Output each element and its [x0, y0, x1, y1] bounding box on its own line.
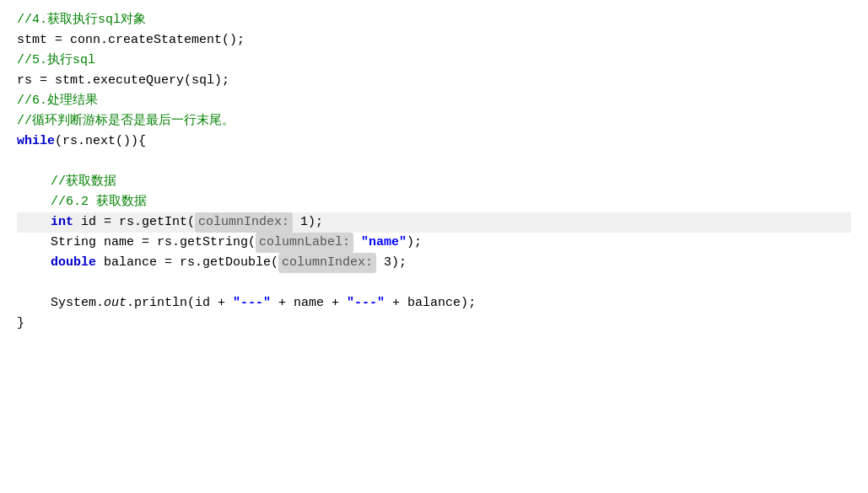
param-hint: columnIndex: — [278, 253, 376, 273]
code-line — [17, 273, 851, 293]
code-token — [353, 233, 361, 253]
code-token: stmt = conn.createStatement(); — [17, 30, 245, 51]
code-line: String name = rs.getString(columnLabel: … — [17, 233, 851, 253]
code-line: //5.执行sql — [17, 51, 851, 71]
code-line: //6.处理结果 — [17, 91, 851, 111]
keyword-token: int — [51, 212, 73, 233]
code-line: while(rs.next()){ — [17, 131, 851, 152]
italic-token: out — [104, 293, 127, 313]
string-token: "---" — [347, 293, 385, 313]
string-token: "---" — [233, 293, 271, 313]
code-line: } — [17, 313, 851, 334]
code-token: balance = rs.getDouble( — [96, 253, 278, 273]
code-token: ); — [407, 233, 422, 253]
param-hint: columnIndex: — [195, 212, 293, 233]
code-token: System. — [51, 293, 104, 313]
code-line: //4.获取执行sql对象 — [17, 10, 851, 30]
code-line — [17, 152, 851, 172]
code-token: 3); — [376, 253, 407, 273]
comment-text: //6.2 获取数据 — [51, 192, 147, 212]
keyword-token: while — [17, 131, 55, 152]
code-token: + name + — [271, 293, 347, 313]
comment-text: //4.获取执行sql对象 — [17, 10, 146, 30]
code-token: .println(id + — [127, 293, 233, 313]
code-line: System.out.println(id + "---" + name + "… — [17, 293, 851, 313]
string-token: "name" — [361, 233, 407, 253]
code-token: + balance); — [385, 293, 476, 313]
code-line: double balance = rs.getDouble(columnInde… — [17, 253, 851, 273]
code-line: //6.2 获取数据 — [17, 192, 851, 212]
comment-text: //5.执行sql — [17, 51, 95, 71]
code-token: id = rs.getInt( — [73, 212, 195, 233]
code-line: //获取数据 — [17, 172, 851, 192]
comment-text: //6.处理结果 — [17, 91, 98, 111]
code-token: } — [17, 313, 24, 334]
keyword-token: double — [51, 253, 96, 273]
code-line: //循环判断游标是否是最后一行末尾。 — [17, 111, 851, 131]
comment-text: //循环判断游标是否是最后一行末尾。 — [17, 111, 235, 131]
code-line: int id = rs.getInt(columnIndex: 1); — [17, 212, 851, 233]
code-token: rs = stmt.executeQuery(sql); — [17, 71, 229, 91]
comment-text: //获取数据 — [51, 172, 116, 192]
code-token: 1); — [293, 212, 323, 233]
code-editor: //4.获取执行sql对象stmt = conn.createStatement… — [0, 0, 868, 493]
code-line: rs = stmt.executeQuery(sql); — [17, 71, 851, 91]
code-line: stmt = conn.createStatement(); — [17, 30, 851, 51]
code-token: String name = rs.getString( — [51, 233, 256, 253]
code-token: (rs.next()){ — [55, 131, 146, 152]
param-hint: columnLabel: — [256, 233, 353, 253]
